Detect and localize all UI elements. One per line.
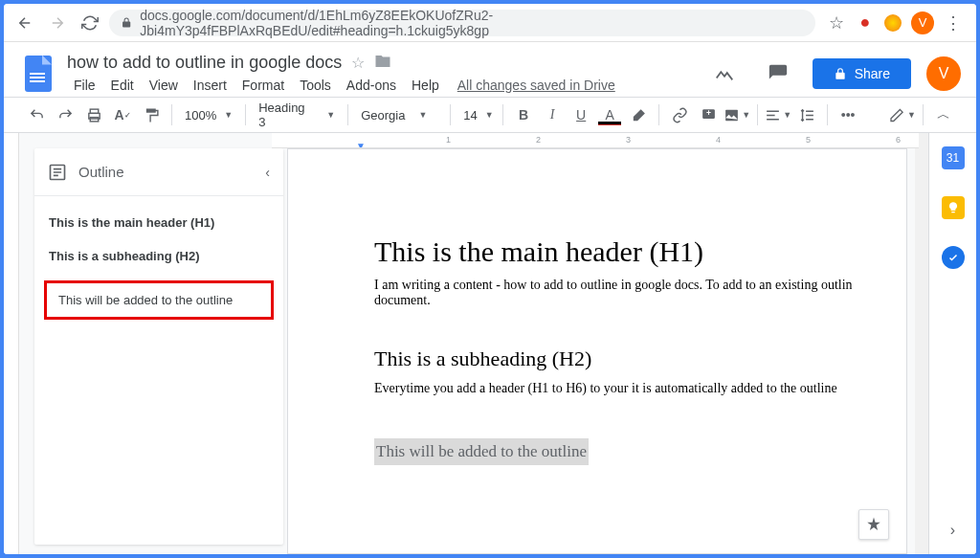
- collapse-toolbar-button[interactable]: ︿: [930, 101, 957, 128]
- outline-item[interactable]: This is a subheading (H2): [44, 247, 274, 265]
- side-panel-hide-button[interactable]: ›: [950, 522, 955, 539]
- bold-button[interactable]: B: [510, 101, 537, 128]
- print-button[interactable]: [80, 101, 107, 128]
- vertical-ruler: [4, 133, 19, 554]
- font-select[interactable]: Georgia▼: [355, 108, 443, 123]
- align-button[interactable]: ▼: [765, 101, 791, 128]
- line-spacing-button[interactable]: [793, 101, 820, 128]
- spellcheck-button[interactable]: A✓: [109, 101, 136, 128]
- fontsize-select[interactable]: 14▼: [457, 108, 496, 123]
- menu-help[interactable]: Help: [405, 76, 446, 95]
- move-folder-icon[interactable]: [374, 53, 391, 74]
- keep-addon-icon[interactable]: [942, 196, 965, 219]
- outline-icon: [48, 163, 67, 182]
- editing-mode-button[interactable]: ▼: [889, 101, 916, 128]
- highlight-button[interactable]: [625, 101, 652, 128]
- star-icon[interactable]: ☆: [827, 13, 846, 33]
- extension-yellow-icon[interactable]: [884, 14, 902, 32]
- document-heading-2[interactable]: This is a subheading (H2): [374, 346, 887, 371]
- document-canvas[interactable]: This is the main header (H1) I am writin…: [287, 148, 907, 554]
- share-label: Share: [855, 66, 890, 81]
- paint-format-button[interactable]: [138, 101, 165, 128]
- reload-button[interactable]: [77, 10, 103, 36]
- extension-red-icon[interactable]: ●: [856, 13, 875, 33]
- side-panel: 31 ›: [928, 133, 976, 554]
- svg-text:+: +: [706, 108, 711, 118]
- outline-panel: Outline ‹ This is the main header (H1) T…: [34, 148, 283, 545]
- format-toolbar: A✓ 100%▼ Heading 3▼ Georgia▼ 14▼ B I U A…: [4, 97, 976, 133]
- collapse-outline-button[interactable]: ‹: [265, 165, 270, 180]
- text-color-button[interactable]: A: [596, 101, 623, 128]
- comments-icon[interactable]: [759, 55, 797, 93]
- outline-title: Outline: [78, 164, 254, 180]
- docs-logo[interactable]: [19, 55, 57, 93]
- document-heading-3[interactable]: This will be added to the outline: [374, 438, 589, 465]
- docs-header: how to add to outline in google docs ☆ F…: [4, 42, 976, 97]
- browser-menu-icon[interactable]: ⋮: [944, 13, 963, 33]
- explore-button[interactable]: [858, 509, 889, 540]
- star-document-icon[interactable]: ☆: [351, 54, 365, 72]
- account-avatar[interactable]: V: [926, 56, 961, 91]
- redo-button[interactable]: [52, 101, 78, 128]
- menu-format[interactable]: Format: [235, 76, 291, 95]
- lock-icon: [121, 16, 132, 29]
- comment-button[interactable]: +: [695, 101, 722, 128]
- browser-profile-avatar[interactable]: V: [911, 11, 934, 34]
- image-button[interactable]: ▼: [724, 101, 750, 128]
- menu-addons[interactable]: Add-ons: [340, 76, 403, 95]
- indent-marker-icon[interactable]: ▼: [356, 141, 366, 148]
- undo-button[interactable]: [23, 101, 50, 128]
- scrollbar[interactable]: [915, 133, 928, 554]
- menu-view[interactable]: View: [143, 76, 185, 95]
- lock-icon: [834, 67, 847, 80]
- more-button[interactable]: •••: [835, 101, 861, 128]
- document-paragraph[interactable]: Everytime you add a header (H1 to H6) to…: [374, 381, 887, 396]
- horizontal-ruler: ▼ 1 2 3 4 5 6: [272, 133, 919, 148]
- menu-file[interactable]: File: [67, 76, 102, 95]
- address-bar[interactable]: docs.google.com/document/d/1EhLm6yZ8EEkO…: [109, 10, 815, 36]
- save-status[interactable]: All changes saved in Drive: [457, 78, 615, 93]
- document-heading-1[interactable]: This is the main header (H1): [374, 235, 887, 268]
- tasks-addon-icon[interactable]: [942, 246, 965, 269]
- link-button[interactable]: [666, 101, 693, 128]
- document-title[interactable]: how to add to outline in google docs: [67, 53, 342, 73]
- menu-tools[interactable]: Tools: [293, 76, 338, 95]
- activity-dashboard-icon[interactable]: [705, 55, 744, 93]
- style-select[interactable]: Heading 3▼: [253, 100, 341, 129]
- menu-bar: File Edit View Insert Format Tools Add-o…: [67, 76, 696, 95]
- zoom-select[interactable]: 100%▼: [179, 108, 238, 123]
- document-paragraph[interactable]: I am writing a content - how to add to o…: [374, 278, 887, 308]
- underline-button[interactable]: U: [568, 101, 594, 128]
- back-button[interactable]: [11, 10, 38, 36]
- browser-toolbar: docs.google.com/document/d/1EhLm6yZ8EEkO…: [4, 4, 976, 42]
- outline-item[interactable]: This is the main header (H1): [44, 213, 274, 232]
- italic-button[interactable]: I: [539, 101, 566, 128]
- menu-edit[interactable]: Edit: [104, 76, 141, 95]
- url-text: docs.google.com/document/d/1EhLm6yZ8EEkO…: [140, 8, 804, 38]
- forward-button[interactable]: [44, 10, 71, 36]
- outline-item[interactable]: This will be added to the outline: [44, 280, 274, 320]
- calendar-addon-icon[interactable]: 31: [942, 146, 965, 169]
- menu-insert[interactable]: Insert: [187, 76, 234, 95]
- share-button[interactable]: Share: [813, 58, 911, 89]
